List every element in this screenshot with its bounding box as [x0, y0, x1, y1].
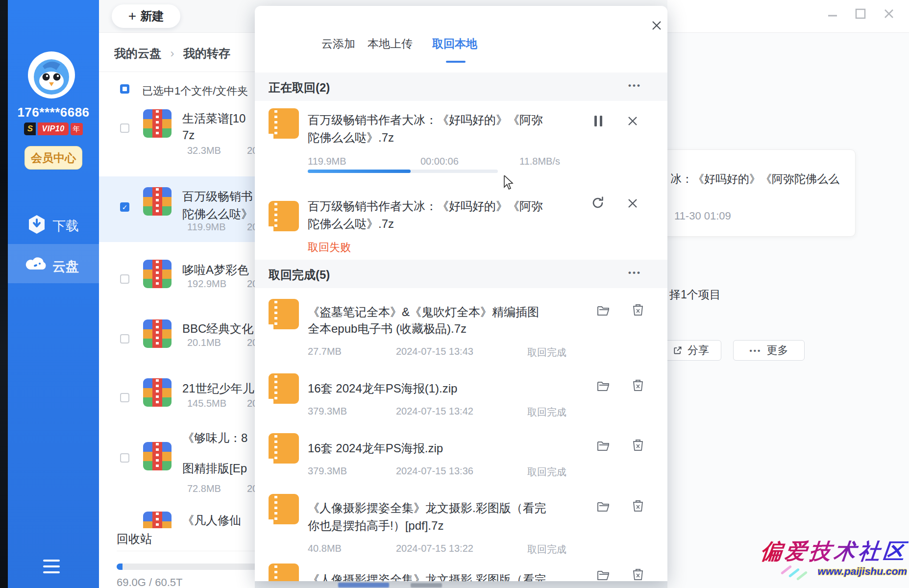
- pause-icon: [593, 115, 604, 127]
- window-maximize-button[interactable]: [853, 6, 868, 22]
- folder-open-icon: [597, 440, 610, 452]
- sidebar-item-cloud[interactable]: 云盘: [52, 258, 79, 275]
- retry-button[interactable]: [591, 196, 605, 210]
- more-dots-icon: •••: [750, 346, 762, 355]
- row-checkbox[interactable]: [120, 123, 129, 133]
- delete-record-button[interactable]: [632, 304, 644, 317]
- new-button[interactable]: + 新建: [112, 4, 180, 28]
- completed-status: 取回完成: [527, 543, 566, 556]
- zip-file-icon: [143, 378, 172, 407]
- section-completed-menu[interactable]: •••: [628, 268, 641, 278]
- file-name[interactable]: 百万级畅销书: [182, 189, 253, 204]
- open-folder-button[interactable]: [597, 440, 610, 452]
- file-name[interactable]: BBC经典文化: [182, 321, 253, 337]
- completed-size: 379.3MB: [308, 406, 347, 417]
- completed-file-name: 《人像摄影摆姿全集》龙文摄影.彩图版（看完: [308, 500, 592, 516]
- member-center-button[interactable]: 会员中心: [25, 146, 82, 170]
- zip-file-icon: [143, 260, 172, 288]
- file-name[interactable]: 《够味儿：8: [182, 430, 247, 446]
- modal-close-button[interactable]: [650, 19, 663, 32]
- download-icon: [28, 215, 46, 234]
- new-button-label: 新建: [140, 8, 164, 24]
- row-checkbox[interactable]: [120, 393, 129, 402]
- watermark: 偏爱技术社区 www.paijishu.com: [755, 533, 909, 588]
- file-size: 32.3MB: [187, 145, 221, 156]
- cancel-retrieve-button[interactable]: [627, 116, 638, 126]
- close-icon: [651, 20, 663, 31]
- delete-record-button[interactable]: [632, 500, 644, 513]
- progress-bar: [308, 170, 498, 173]
- window-close-button[interactable]: [881, 6, 897, 22]
- more-button[interactable]: ••• 更多: [733, 340, 805, 361]
- pause-button[interactable]: [593, 115, 604, 127]
- chevron-right-icon: ›: [170, 47, 174, 60]
- active-tab-underline: [446, 61, 466, 63]
- mouse-cursor: [504, 175, 516, 190]
- file-name[interactable]: 图精排版[Ep: [182, 461, 247, 476]
- row-checkbox-checked[interactable]: ✓: [120, 202, 129, 212]
- delete-record-button[interactable]: [632, 439, 644, 452]
- file-name[interactable]: 生活菜谱[10: [182, 111, 246, 126]
- plus-icon: +: [128, 8, 136, 24]
- window-minimize-button[interactable]: [825, 7, 840, 23]
- open-folder-button[interactable]: [597, 501, 610, 513]
- sidebar-item-download[interactable]: 下载: [52, 217, 79, 235]
- open-folder-button[interactable]: [597, 380, 610, 392]
- retrieving-file-name: 百万级畅销书作者大冰：《好吗好的》《阿弥: [308, 198, 597, 214]
- row-checkbox[interactable]: [120, 334, 129, 343]
- vip-s-icon: S: [24, 122, 36, 135]
- section-downloading-title: 正在取回(2): [269, 80, 330, 96]
- delete-record-button[interactable]: [632, 379, 644, 392]
- hamburger-menu[interactable]: [43, 560, 60, 573]
- retry-icon: [591, 196, 605, 210]
- completed-file-name: 《盗墓笔记全本》&《鬼吹灯全本》精编插图: [308, 304, 592, 320]
- file-name[interactable]: 陀佛么么哒》: [182, 206, 253, 222]
- folder-open-icon: [597, 305, 610, 317]
- folder-open-icon: [597, 380, 610, 392]
- share-button[interactable]: 分享: [661, 340, 721, 361]
- file-name[interactable]: 21世纪少年儿: [182, 381, 254, 396]
- row-checkbox[interactable]: [120, 453, 129, 463]
- retrieving-size: 119.9MB: [308, 156, 346, 167]
- completed-file-name: 你也是摆拍高手!）[pdf].7z: [308, 518, 592, 534]
- zip-archive-icon: [269, 433, 299, 464]
- clipped-text-fragment: [411, 583, 442, 588]
- file-name[interactable]: 《凡人修仙: [182, 513, 241, 528]
- tab-retrieve-local[interactable]: 取回本地: [432, 36, 477, 51]
- zip-archive-icon: [269, 494, 299, 524]
- file-name[interactable]: 哆啦A梦彩色: [182, 262, 249, 278]
- retrieving-speed: 11.8MB/s: [519, 156, 560, 167]
- avatar[interactable]: [28, 51, 75, 98]
- tab-cloud-add[interactable]: 云添加: [321, 36, 355, 51]
- cancel-retrieve-button[interactable]: [627, 198, 638, 209]
- close-icon: [883, 7, 895, 20]
- row-checkbox[interactable]: [120, 274, 129, 284]
- select-all-checkbox[interactable]: [120, 84, 129, 94]
- delete-record-button[interactable]: [632, 568, 644, 581]
- trash-icon: [632, 304, 644, 317]
- completed-size: 40.8MB: [308, 543, 342, 554]
- breadcrumb-current[interactable]: 我的转存: [183, 47, 230, 60]
- section-downloading-menu[interactable]: •••: [628, 81, 641, 91]
- file-name[interactable]: 7z: [182, 128, 195, 142]
- tab-local-upload[interactable]: 本地上传: [368, 36, 413, 51]
- retrieve-failed-status: 取回失败: [308, 240, 351, 255]
- watermark-decoration: [781, 565, 792, 575]
- breadcrumb-root[interactable]: 我的云盘: [114, 47, 161, 60]
- vip-badge: S VIP10 年: [8, 122, 99, 135]
- watermark-decoration: [788, 568, 800, 578]
- file-size: 72.8MB: [187, 483, 221, 494]
- open-folder-button[interactable]: [597, 305, 610, 317]
- file-size: 192.9MB: [187, 278, 226, 290]
- trash-icon: [632, 379, 644, 392]
- zip-file-icon: [143, 109, 172, 138]
- recycle-bin-link[interactable]: 回收站: [117, 531, 152, 547]
- breadcrumb: 我的云盘 › 我的转存: [114, 46, 230, 61]
- storage-bar: [117, 564, 264, 570]
- vip-level: VIP10: [38, 122, 68, 135]
- completed-size: 27.7MB: [308, 346, 342, 357]
- share-icon: [673, 345, 683, 355]
- zip-archive-icon: [269, 201, 299, 231]
- open-folder-button[interactable]: [597, 569, 610, 581]
- username: 176****6686: [8, 105, 99, 120]
